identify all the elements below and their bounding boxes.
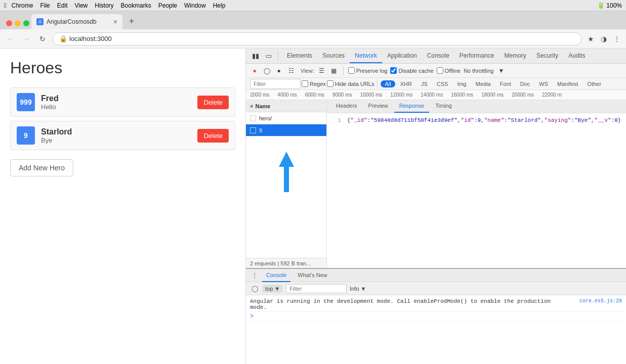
forward-button[interactable]: → (20, 33, 32, 45)
tab-sources[interactable]: Sources (317, 49, 350, 63)
filter-js-button[interactable]: JS (417, 80, 432, 87)
lock-icon: 🔒 (59, 35, 67, 42)
tab-security[interactable]: Security (531, 49, 563, 63)
hide-urls-input[interactable] (327, 80, 333, 87)
chrome-tab[interactable]: A AngularCosmosdb × (31, 14, 122, 29)
console-level-select[interactable]: Info ▼ (350, 286, 366, 292)
offline-checkbox[interactable]: Offline (437, 67, 461, 74)
hide-urls-checkbox[interactable]: Hide data URLs (327, 80, 374, 87)
network-controls: ● ◯ ● ☷ View: ☰ ▦ Preserve log Disable c… (246, 64, 626, 78)
clear-button[interactable]: ◯ (262, 66, 271, 75)
preserve-log-input[interactable] (348, 67, 355, 74)
delete-button[interactable]: Delete (197, 129, 229, 143)
disable-cache-input[interactable] (390, 67, 397, 74)
bookmark-icon[interactable]: ★ (586, 34, 596, 44)
traffic-light-yellow[interactable] (15, 20, 21, 26)
traffic-light-green[interactable] (23, 20, 29, 26)
timeline-14000: 14000 ms (416, 92, 447, 98)
separator (278, 52, 278, 61)
reload-button[interactable]: ↻ (36, 33, 49, 45)
response-content: 1 {"_id":"59848d8d711bf50f41e3d9ef","id"… (327, 113, 626, 268)
console-menu-icon[interactable]: ⋮ (250, 271, 259, 280)
console-source[interactable]: core.es5.js:29 (579, 298, 622, 304)
console-message-text: Angular is running in the development mo… (250, 298, 551, 310)
filter-button[interactable]: ☷ (286, 66, 296, 75)
tab-memory[interactable]: Memory (499, 49, 531, 63)
chevron-down-icon: ▼ (274, 286, 280, 292)
row-checkbox[interactable] (250, 115, 256, 121)
address-bar[interactable]: 🔒 localhost:3000 (53, 32, 581, 46)
tab-audits[interactable]: Audits (563, 49, 590, 63)
mac-battery: 🔋 100% (597, 2, 622, 9)
offline-input[interactable] (437, 67, 443, 74)
row-checkbox[interactable] (250, 127, 256, 133)
console-filter-input[interactable] (286, 284, 347, 293)
tab-network[interactable]: Network (350, 49, 382, 63)
filter-font-button[interactable]: Font (496, 80, 515, 87)
tab-application[interactable]: Application (382, 49, 422, 63)
close-icon[interactable]: × (250, 103, 253, 109)
console-content: Angular is running in the development mo… (246, 295, 626, 364)
filter-ws-button[interactable]: WS (535, 80, 552, 87)
network-request-row[interactable]: hero/ (246, 112, 326, 124)
tab-timing[interactable]: Timing (430, 100, 457, 113)
separator (377, 80, 378, 87)
hero-saying: Bye (41, 136, 191, 144)
filter-xhr-button[interactable]: XHR (396, 80, 416, 87)
mac-menu-chrome[interactable]: Chrome (12, 2, 33, 9)
waterfall-view-icon[interactable]: ▦ (329, 66, 339, 75)
mac-menu-file[interactable]: File (40, 2, 50, 9)
timeline-22000: 22000 m (538, 92, 566, 98)
mac-menu-help[interactable]: Help (213, 2, 226, 9)
filter-all-button[interactable]: All (381, 80, 395, 87)
tab-headers[interactable]: Headers (331, 100, 362, 113)
mac-menu-people[interactable]: People (158, 2, 177, 9)
record-button[interactable]: ● (250, 66, 259, 75)
tab-performance[interactable]: Performance (454, 49, 499, 63)
mac-menu-bookmarks[interactable]: Bookmarks (121, 2, 151, 9)
throttle-chevron-icon[interactable]: ▼ (496, 66, 506, 75)
preserve-log-checkbox[interactable]: Preserve log (348, 67, 388, 74)
mac-menu-edit[interactable]: Edit (57, 2, 68, 9)
line-number: 1 (331, 117, 341, 123)
dock-bottom-icon[interactable]: ▭ (263, 51, 274, 62)
mac-menu-history[interactable]: History (95, 2, 113, 9)
back-button[interactable]: ← (4, 33, 16, 45)
network-request-row-selected[interactable]: 9 (246, 124, 326, 136)
traffic-light-red[interactable] (6, 20, 12, 26)
filter-input[interactable] (250, 79, 301, 89)
console-tab-console[interactable]: Console (262, 269, 290, 282)
console-clear-icon[interactable]: ◯ (250, 284, 259, 293)
tab-response[interactable]: Response (394, 100, 430, 113)
delete-button[interactable]: Delete (197, 96, 229, 109)
console-message: Angular is running in the development mo… (250, 297, 622, 312)
extensions-icon[interactable]: ◑ (599, 34, 609, 44)
add-hero-button[interactable]: Add New Hero (10, 159, 73, 176)
new-tab-button[interactable]: + (124, 14, 139, 28)
dock-left-icon[interactable]: ▮▮ (250, 51, 261, 62)
filter-img-button[interactable]: Img (453, 80, 470, 87)
name-column-header: Name (255, 103, 270, 109)
list-view-icon[interactable]: ☰ (317, 66, 326, 75)
filter-doc-button[interactable]: Doc (516, 80, 534, 87)
filter-css-button[interactable]: CSS (433, 80, 452, 87)
tab-console[interactable]: Console (422, 49, 454, 63)
tab-close-button[interactable]: × (113, 18, 117, 26)
hero-card: 9 Starlord Bye Delete (10, 121, 235, 150)
filter-other-button[interactable]: Other (583, 80, 606, 87)
regex-input[interactable] (302, 80, 308, 87)
tab-preview[interactable]: Preview (363, 100, 393, 113)
mac-menu-window[interactable]: Window (184, 2, 206, 9)
filter-manifest-button[interactable]: Manifest (553, 80, 582, 87)
network-content: × Name hero/ 9 (246, 100, 626, 268)
disable-cache-checkbox[interactable]: Disable cache (390, 67, 433, 74)
console-tab-whatsnew[interactable]: What's New (294, 269, 331, 282)
console-context-select[interactable]: top ▼ (262, 285, 283, 293)
chrome-menu-icon[interactable]: ⋮ (612, 34, 622, 44)
regex-checkbox[interactable]: Regex (302, 80, 326, 87)
mac-menu-view[interactable]: View (74, 2, 88, 9)
tab-elements[interactable]: Elements (282, 49, 317, 63)
console-level-chevron-icon: ▼ (361, 286, 366, 292)
filter-media-button[interactable]: Media (472, 80, 495, 87)
camera-button[interactable]: ● (274, 66, 283, 75)
